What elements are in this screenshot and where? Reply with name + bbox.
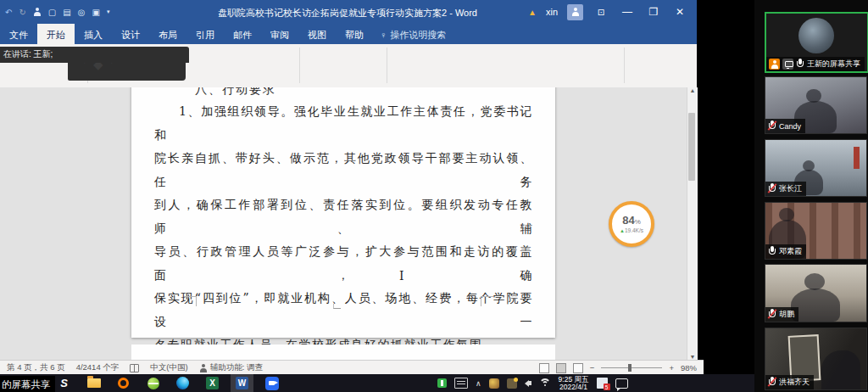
mic-on-icon [796,59,804,70]
next-page-top[interactable] [131,344,555,360]
tab-help[interactable]: 帮助 [336,24,373,44]
account-user[interactable]: xin [546,7,558,17]
tab-design[interactable]: 设计 [112,24,149,44]
participant-label: 洪福齐天 [765,375,814,389]
tab-insert[interactable]: 插入 [75,24,112,44]
print-preview-icon[interactable]: ◎ [78,8,86,17]
tab-review[interactable]: 审阅 [261,24,298,44]
folder-icon [87,378,101,388]
avatar[interactable] [567,4,583,20]
quick-access-toolbar: ↶ ↻ ▢ ▤ ◎ ▣ ▾ [5,0,109,24]
zoom-slider[interactable] [601,367,662,368]
minimize-button[interactable]: — [619,6,636,18]
video-camera-icon [265,377,279,390]
document-page[interactable]: 八、行动要求 1、加强组织领导。强化毕业生就业工作主体责任，党委书记和 院长亲自… [131,87,555,338]
mic-on-icon [768,246,776,257]
tab-mailings[interactable]: 邮件 [224,24,261,44]
print-layout-icon[interactable] [556,363,566,373]
scroll-down-icon[interactable]: ▼ [690,354,696,360]
window-title: 盘职院高校书记校长访企拓岗促就业专项行动实施方案2 - Word [195,7,500,20]
tray-app-icon[interactable] [489,378,499,389]
taskbar-clock[interactable]: 9:25 周五 2022/4/1 [559,376,589,391]
new-file-icon[interactable]: ▢ [48,8,56,17]
titlebar-controls: ▲ xin ⊡ — ❐ ✕ [528,0,697,24]
taskbar-browser-green[interactable] [142,374,164,392]
tab-view[interactable]: 视图 [298,24,336,44]
participant-label: 邓素霞 [765,244,806,259]
tab-home[interactable]: 开始 [37,24,75,44]
screen-share-watermark: 的屏幕共享 [0,376,55,392]
ribbon-display-options-icon[interactable]: ⊡ [593,8,609,17]
participant-video [804,273,825,290]
text-cursor: I [399,269,404,283]
scroll-up-icon[interactable]: ▲ [690,87,696,93]
usb-safely-remove-icon[interactable] [437,378,447,388]
net-speed-widget[interactable]: 84% ▲19.4K/s [609,201,654,247]
zoom-in-button[interactable]: + [669,363,674,372]
redo-icon[interactable]: ↻ [19,8,25,17]
save-icon[interactable]: ▤ [63,8,70,17]
participant-tile[interactable]: 胡鹏 [765,264,867,322]
mic-muted-icon [768,377,776,388]
print-icon[interactable]: ▣ [92,8,99,17]
participant-label: 王新的屏幕共享 [766,57,865,71]
tab-references[interactable]: 引用 [186,24,224,44]
participant-video [854,147,860,169]
host-badge-icon [769,59,780,70]
taskbar-sogou[interactable]: S [53,374,75,392]
tab-layout[interactable]: 布局 [149,24,186,44]
lightbulb-icon: ♀ [380,30,387,40]
web-layout-icon[interactable] [573,363,583,373]
taskbar-browser-orange[interactable] [112,374,135,392]
proofing-icon[interactable] [130,364,139,372]
zoom-out-button[interactable]: − [590,363,595,372]
accessibility-status[interactable]: 辅助功能: 调查 [199,362,263,373]
participant-label: Candy [765,119,805,133]
speaking-banner: 在讲话: 王新; [0,47,189,63]
read-mode-icon[interactable] [539,363,549,373]
participant-label: 胡鹏 [765,307,798,322]
notification-badge-icon[interactable]: 5 [597,378,608,389]
undo-icon[interactable]: ↶ [5,8,12,17]
doc-paragraphs: 1、加强组织领导。强化毕业生就业工作主体责任，党委书记和 院长亲自抓、带好头、做… [154,100,533,360]
hidden-icons-chevron[interactable]: ∧ [476,379,481,388]
taskbar-meeting-app[interactable] [260,374,283,392]
input-method-icon[interactable] [454,378,468,389]
close-button[interactable]: ✕ [671,6,688,18]
zoom-slider-thumb[interactable] [628,364,632,372]
speaker-icon[interactable] [525,380,531,387]
taskbar-word-active[interactable]: W [231,374,253,392]
green-globe-icon [147,378,159,389]
participant-avatar [798,18,834,53]
taskbar-file-explorer[interactable] [82,374,105,392]
participant-tile-sharing[interactable]: 王新的屏幕共享 [765,12,868,73]
language-indicator[interactable]: 中文(中国) [150,362,187,373]
tab-file[interactable]: 文件 [0,24,37,44]
taskbar-edge[interactable] [171,374,194,392]
page-indicator[interactable]: 第 4 页，共 6 页 [7,362,65,373]
windows-taskbar: S X W [0,374,754,392]
system-tray: ∧ 9:25 周五 2022/4/1 5 [437,374,628,392]
taskbar-excel[interactable]: X [201,374,224,392]
orange-ring-icon [118,378,129,389]
scrollbar-thumb[interactable] [688,113,695,181]
meeting-window: ↶ ↻ ▢ ▤ ◎ ▣ ▾ 盘职院高校书记校长访企拓岗促就业专项行动实施方案2 … [0,0,868,392]
tell-me-search[interactable]: ♀ 操作说明搜索 [373,24,453,44]
mic-muted-icon [768,120,776,132]
network-icon[interactable] [539,378,551,388]
participant-tile[interactable]: 洪福齐天 [765,328,867,390]
participant-tile[interactable]: 邓素霞 [765,202,867,260]
word-titlebar: ↶ ↻ ▢ ▤ ◎ ▣ ▾ 盘职院高校书记校长访企拓岗促就业专项行动实施方案2 … [0,0,697,24]
word-status-bar: 第 4 页，共 6 页 4/2414 个字 中文(中国) 辅助功能: 调查 − … [0,360,704,375]
participant-tile[interactable]: Candy [765,76,867,134]
participant-tile[interactable]: 张长江 [765,139,867,197]
action-center-icon[interactable] [615,378,628,389]
document-area[interactable]: 八、行动要求 1、加强组织领导。强化毕业生就业工作主体责任，党委书记和 院长亲自… [0,87,687,360]
word-count[interactable]: 4/2414 个字 [76,362,120,373]
ribbon-tab-row: 文件 开始 插入 设计 布局 引用 邮件 审阅 视图 帮助 ♀ 操作说明搜索 [0,24,697,44]
zoom-level[interactable]: 98% [681,363,697,372]
qat-customize-icon[interactable]: ▾ [107,8,110,15]
restore-button[interactable]: ❐ [645,6,662,18]
tray-notification-icon[interactable] [507,378,517,389]
account-icon[interactable] [33,8,42,16]
